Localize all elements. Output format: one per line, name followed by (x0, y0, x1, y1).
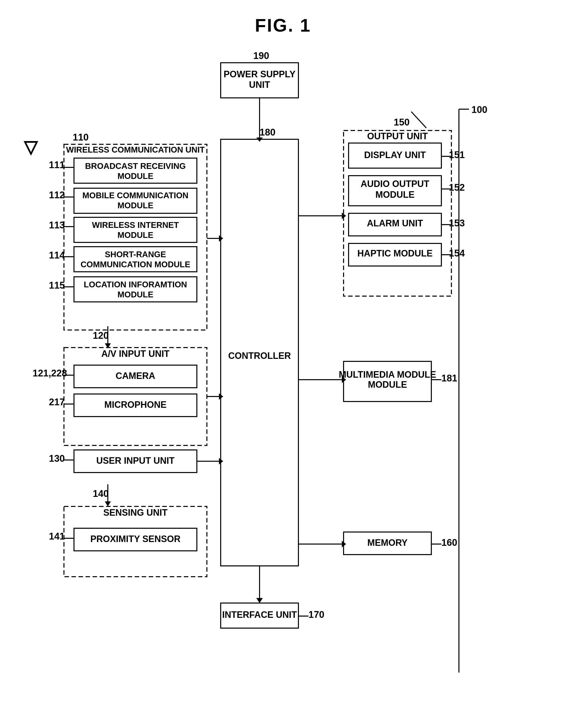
multimedia-label2: MODULE (368, 379, 407, 390)
display-label: DISPLAY UNIT (364, 150, 426, 160)
multimedia-label: MULTIMEDIA MODULE (339, 369, 436, 380)
memory-label: MEMORY (367, 538, 408, 548)
wireless-internet-label: WIRELESS INTERNET (92, 220, 179, 230)
svg-marker-58 (256, 598, 263, 603)
sensing-label: SENSING UNIT (103, 507, 168, 518)
short-range-label: SHORT-RANGE (105, 250, 166, 259)
location-label: LOCATION INFORAMTION (84, 280, 187, 289)
haptic-label: HAPTIC MODULE (357, 248, 433, 258)
short-range-label2: COMMUNICATION MODULE (81, 260, 190, 269)
svg-line-37 (411, 112, 426, 128)
alarm-label: ALARM UNIT (367, 218, 423, 228)
broadcast-label2: MODULE (118, 171, 154, 181)
diagram-svg: text { font-family: Arial, sans-serif; f… (0, 35, 566, 725)
wireless-internet-label2: MODULE (118, 230, 154, 240)
output-unit-label: OUTPUT UNIT (367, 131, 428, 141)
ref-217: 217 (49, 397, 65, 407)
controller-label: CONTROLLER (228, 351, 291, 361)
ref-121: 121,228 (33, 368, 67, 378)
ref-120: 120 (93, 330, 109, 341)
ref-115: 115 (49, 280, 65, 291)
ref-113: 113 (49, 220, 65, 230)
ref-160: 160 (441, 537, 457, 548)
ref-154: 154 (449, 248, 465, 258)
ref-110: 110 (73, 132, 89, 143)
ref-170: 170 (308, 609, 324, 620)
interface-label: INTERFACE UNIT (222, 610, 297, 620)
broadcast-label: BROADCAST RECEIVING (85, 161, 186, 171)
microphone-label: MICROPHONE (104, 400, 167, 410)
ref-151: 151 (449, 150, 465, 160)
ref-114: 114 (49, 250, 65, 260)
ref-150: 150 (394, 117, 409, 127)
audio-output-label: AUDIO OUTPUT (360, 179, 429, 189)
antenna-icon: ▽ (24, 137, 38, 157)
ref-140: 140 (93, 488, 109, 499)
ref-153: 153 (449, 218, 465, 228)
ref-141: 141 (49, 531, 65, 542)
mobile-comm-label: MOBILE COMMUNICATION (83, 191, 189, 200)
ref-152: 152 (449, 182, 465, 193)
proximity-label: PROXIMITY SENSOR (90, 534, 180, 544)
wireless-comm-label: WIRELESS COMMUNICATION UNIT (66, 145, 205, 154)
user-input-label: USER INPUT UNIT (96, 455, 175, 466)
camera-label: CAMERA (116, 371, 155, 381)
ref-112: 112 (49, 190, 65, 200)
ref-111: 111 (49, 160, 65, 170)
location-label2: MODULE (118, 290, 154, 299)
mobile-comm-label2: MODULE (118, 201, 154, 210)
ref-181: 181 (441, 373, 457, 383)
ref-100: 100 (471, 104, 487, 115)
ref-130: 130 (49, 453, 65, 464)
ref-180: 180 (260, 127, 276, 138)
figure-title: FIG. 1 (0, 0, 566, 36)
power-supply-label2: UNIT (249, 80, 270, 90)
svg-marker-33 (105, 501, 111, 506)
power-supply-label: POWER SUPPLY (224, 69, 296, 79)
audio-output-label2: MODULE (375, 189, 414, 200)
av-input-label: A/V INPUT UNIT (101, 349, 170, 359)
ref-190: 190 (253, 50, 269, 61)
